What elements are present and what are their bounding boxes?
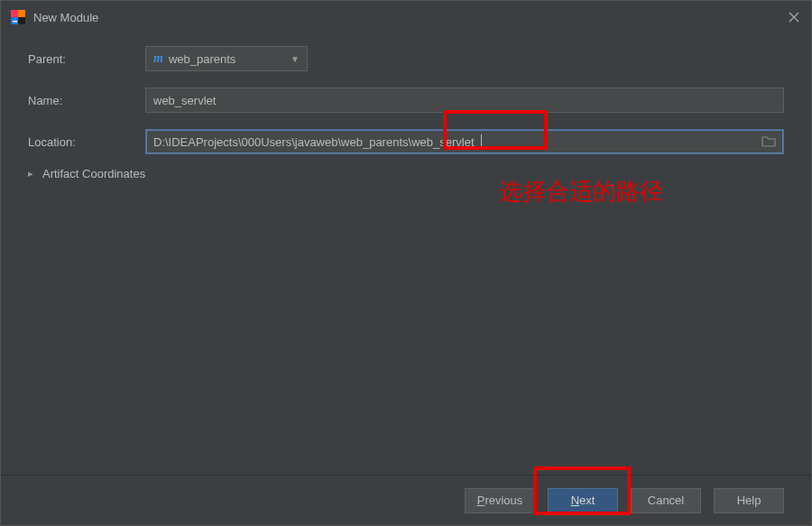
new-module-dialog: New Module Parent: m web_parents ▼ Name:… xyxy=(0,0,812,526)
cancel-label: Cancel xyxy=(648,494,684,507)
location-value: D:\IDEAProjects\000Users\javaweb\web_par… xyxy=(153,135,475,149)
name-input[interactable] xyxy=(145,88,784,113)
help-button[interactable]: Help xyxy=(714,488,784,513)
close-icon[interactable] xyxy=(786,9,802,25)
location-input[interactable]: D:\IDEAProjects\000Users\javaweb\web_par… xyxy=(145,129,784,154)
window-title: New Module xyxy=(33,11,98,24)
parent-row: Parent: m web_parents ▼ xyxy=(28,46,784,71)
maven-module-icon: m xyxy=(153,51,163,66)
location-label: Location: xyxy=(28,135,145,149)
folder-open-icon[interactable] xyxy=(761,134,776,150)
dialog-content: Parent: m web_parents ▼ Name: Location: … xyxy=(1,33,811,475)
annotation-text: 选择合适的路径 xyxy=(499,176,663,208)
next-label-rest: ext xyxy=(579,494,595,507)
svg-rect-4 xyxy=(13,21,17,23)
artifact-coordinates-toggle[interactable]: ▸ Artifact Coordinates xyxy=(28,167,784,180)
dialog-footer: Previous Next Cancel Help xyxy=(1,475,811,525)
parent-label: Parent: xyxy=(28,52,145,66)
chevron-right-icon: ▸ xyxy=(28,168,37,180)
next-button[interactable]: Next xyxy=(548,488,618,513)
parent-combobox[interactable]: m web_parents ▼ xyxy=(145,46,308,71)
cancel-button[interactable]: Cancel xyxy=(631,488,701,513)
titlebar: New Module xyxy=(1,1,811,33)
previous-button[interactable]: Previous xyxy=(465,488,535,513)
svg-rect-2 xyxy=(18,10,25,17)
text-caret xyxy=(481,134,482,149)
help-label: Help xyxy=(737,494,761,507)
parent-value: web_parents xyxy=(169,52,235,66)
previous-label-rest: revious xyxy=(484,494,522,507)
artifact-label: Artifact Coordinates xyxy=(42,167,145,180)
chevron-down-icon: ▼ xyxy=(291,54,300,64)
name-label: Name: xyxy=(28,94,145,107)
intellij-icon xyxy=(10,9,26,25)
name-row: Name: xyxy=(28,88,784,113)
svg-rect-1 xyxy=(11,10,18,17)
location-row: Location: D:\IDEAProjects\000Users\javaw… xyxy=(28,129,784,154)
